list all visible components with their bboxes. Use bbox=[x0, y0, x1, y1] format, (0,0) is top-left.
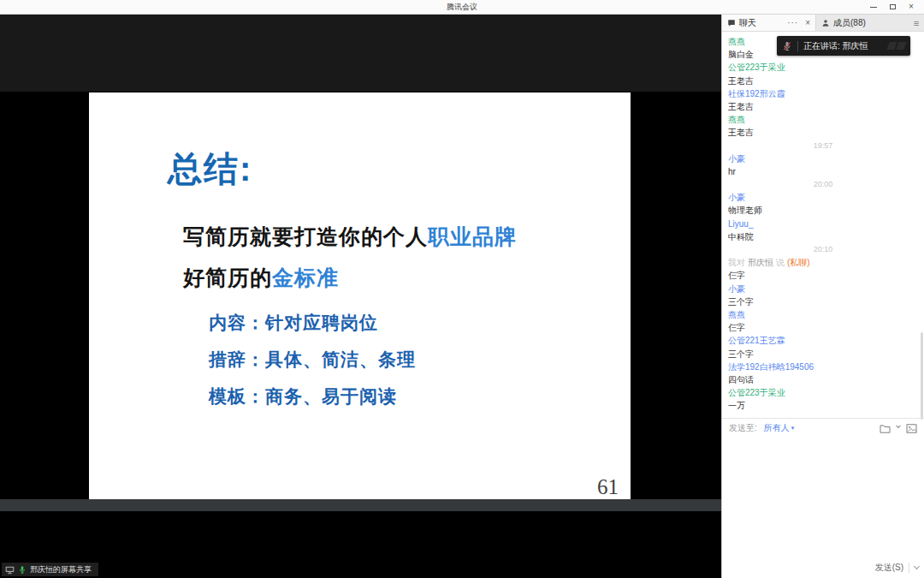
screen-share-area: 总结: 写简历就要打造你的个人职业品牌 好简历的金标准 内容：针对应聘岗位 措辞… bbox=[0, 15, 721, 578]
speaking-label: 正在讲话: 邢庆恒 bbox=[803, 40, 868, 52]
chat-more-icon[interactable]: ··· bbox=[787, 18, 798, 27]
speaking-toast: 正在讲话: 邢庆恒 bbox=[777, 36, 910, 56]
send-row: 发送(S) bbox=[875, 562, 919, 574]
send-to-select[interactable]: 所有人 ▾ bbox=[764, 422, 795, 434]
chat-name[interactable]: 法学192白祎晗194506 bbox=[728, 361, 918, 373]
slide-title: 总结: bbox=[168, 146, 252, 193]
chat-msg: 王老吉 bbox=[728, 126, 918, 139]
slide-bullet-1: 内容：针对应聘岗位 bbox=[209, 311, 378, 335]
slide-line-2: 好简历的金标准 bbox=[183, 264, 339, 292]
chat-close-icon[interactable]: × bbox=[805, 18, 810, 27]
chat-time: 20:00 bbox=[728, 178, 918, 191]
tab-chat[interactable]: 聊天 ··· × bbox=[722, 15, 816, 31]
share-top-band bbox=[0, 15, 721, 92]
chat-name[interactable]: 小豪 bbox=[728, 191, 918, 204]
chat-scrollbar[interactable] bbox=[921, 332, 923, 420]
chat-bubble-icon bbox=[727, 19, 736, 27]
screen-share-label: 邢庆恒的屏幕共享 bbox=[30, 564, 92, 575]
presentation-slide: 总结: 写简历就要打造你的个人职业品牌 好简历的金标准 内容：针对应聘岗位 措辞… bbox=[89, 92, 631, 499]
close-icon[interactable]: × bbox=[902, 0, 921, 14]
chat-msg: 四句话 bbox=[728, 373, 918, 386]
minimize-icon[interactable] bbox=[864, 0, 883, 14]
chat-msg: 三个字 bbox=[728, 348, 918, 361]
chat-private: 我对邢庆恒说(私聊) bbox=[728, 256, 918, 269]
panel-menu-icon[interactable]: ≡ bbox=[909, 15, 924, 31]
chat-msg: 三个字 bbox=[728, 295, 918, 308]
chat-input[interactable] bbox=[722, 438, 924, 552]
mic-icon bbox=[18, 565, 27, 575]
chat-name[interactable]: 燕燕 bbox=[728, 113, 918, 126]
monitor-icon bbox=[5, 565, 15, 575]
titlebar: 腾讯会议 × bbox=[0, 0, 924, 15]
folder-icon[interactable] bbox=[880, 424, 891, 433]
send-options-icon[interactable] bbox=[914, 563, 920, 569]
chat-panel: 聊天 ··· × 成员(88) ≡ 燕燕脑白金公管223于采业王老吉社保192邢… bbox=[721, 15, 924, 578]
chat-msg: 王老吉 bbox=[728, 74, 918, 87]
tab-members[interactable]: 成员(88) bbox=[816, 15, 909, 31]
chat-time: 20:10 bbox=[728, 243, 918, 256]
window-title: 腾讯会议 bbox=[0, 2, 924, 13]
slide-page-number: 61 bbox=[597, 475, 619, 499]
app-window: 腾讯会议 × 总结: 写简历就要打造你的个人职业品牌 好简历的金标准 内容：针对… bbox=[0, 0, 924, 578]
slide-line-1: 写简历就要打造你的个人职业品牌 bbox=[183, 223, 517, 251]
share-bottom-strip bbox=[0, 499, 721, 511]
window-controls: × bbox=[864, 0, 921, 14]
chat-name[interactable]: 小豪 bbox=[728, 283, 918, 295]
slide-bullet-2: 措辞：具体、简洁、条理 bbox=[209, 348, 416, 372]
tab-chat-label: 聊天 bbox=[739, 17, 756, 29]
toast-decoration bbox=[888, 42, 905, 50]
send-to-label: 发送至: bbox=[729, 422, 757, 434]
chat-name[interactable]: 公管221王艺霖 bbox=[728, 334, 918, 347]
chat-msg: 物理老师 bbox=[728, 204, 918, 217]
chat-name[interactable]: 公管223于采业 bbox=[728, 386, 918, 399]
image-icon[interactable] bbox=[906, 424, 917, 433]
maximize-icon[interactable] bbox=[883, 0, 902, 14]
chat-name[interactable]: 燕燕 bbox=[728, 308, 918, 321]
send-divider bbox=[909, 563, 909, 573]
chevron-down-icon: ▾ bbox=[791, 425, 795, 432]
chat-name[interactable]: 小豪 bbox=[728, 152, 918, 165]
chat-msg: hr bbox=[728, 165, 918, 178]
chat-msg: 仨字 bbox=[728, 321, 918, 334]
tab-members-label: 成员(88) bbox=[833, 17, 866, 29]
chat-name[interactable]: 公管223于采业 bbox=[728, 61, 918, 74]
screen-share-badge[interactable]: 邢庆恒的屏幕共享 bbox=[2, 563, 98, 576]
chat-tab-bar: 聊天 ··· × 成员(88) ≡ bbox=[722, 15, 924, 32]
chat-msg: 仨字 bbox=[728, 269, 918, 282]
members-icon bbox=[821, 19, 830, 27]
chat-name[interactable]: Liyuu_ bbox=[728, 217, 918, 230]
slide-bullet-3: 模板：商务、易于阅读 bbox=[209, 384, 397, 408]
chat-message-list: 燕燕脑白金公管223于采业王老吉社保192邢云霞王老吉燕燕王老吉19:57小豪h… bbox=[722, 32, 924, 418]
send-to-value: 所有人 bbox=[764, 422, 790, 434]
chat-msg: 中科院 bbox=[728, 230, 918, 243]
muted-mic-icon bbox=[782, 41, 792, 51]
send-button[interactable]: 发送(S) bbox=[875, 562, 903, 574]
folder-dropdown-icon[interactable] bbox=[896, 423, 901, 428]
chat-time: 19:57 bbox=[728, 140, 918, 152]
toast-divider bbox=[797, 41, 798, 51]
send-to-row: 发送至: 所有人 ▾ bbox=[722, 418, 924, 438]
chat-name[interactable]: 社保192邢云霞 bbox=[728, 87, 918, 100]
chat-msg: 一万 bbox=[728, 399, 918, 412]
chat-msg: 王老吉 bbox=[728, 100, 918, 113]
